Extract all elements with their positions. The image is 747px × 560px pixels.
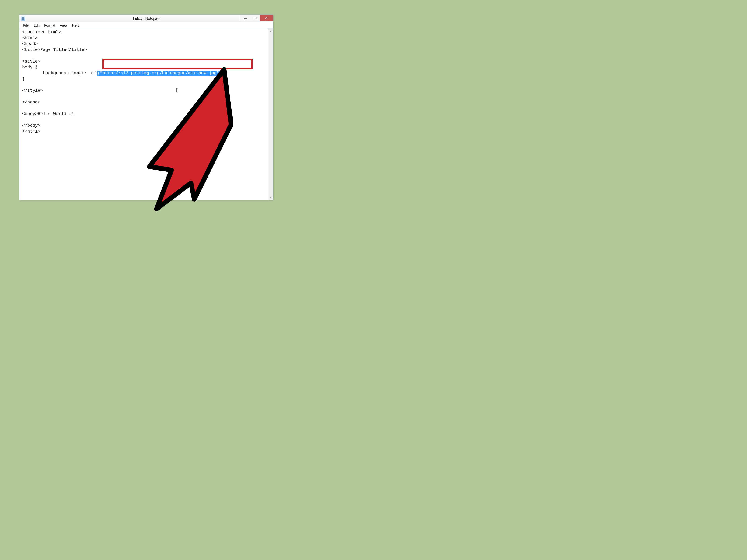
close-button[interactable] [260,15,273,21]
minimize-button[interactable] [240,15,250,21]
maximize-button[interactable] [250,15,260,21]
selected-text: ("http://s13.postimg.org/ha1opcgnr/wikih… [97,71,224,76]
text-editor[interactable]: <!DOCTYPE html> <html> <head> <title>Pag… [19,28,268,200]
code-line: background-image: url [22,71,97,76]
code-line: <!DOCTYPE html> [22,30,61,35]
code-line: } [22,77,25,81]
notepad-app-icon [21,17,25,21]
menu-file[interactable]: File [21,23,31,28]
menubar: File Edit Format View Help [19,22,273,28]
editor-area: <!DOCTYPE html> <html> <head> <title>Pag… [19,28,273,200]
svg-rect-1 [254,17,256,19]
menu-help[interactable]: Help [70,23,82,28]
scroll-down-icon[interactable]: ▾ [268,195,273,200]
window-controls [240,15,273,21]
code-line: </style> [22,88,43,93]
code-line: </body> [22,123,41,128]
notepad-window: Index - Notepad File Edit Format View He… [19,15,273,200]
scroll-up-icon[interactable]: ▴ [268,28,273,33]
code-line: <title>Page Title</title> [22,47,87,52]
code-line: body { [22,65,38,70]
code-line: <body>Hello World !! [22,111,74,116]
code-line: <style> [22,59,41,64]
window-title: Index - Notepad [19,17,273,21]
menu-edit[interactable]: Edit [31,23,42,28]
code-line: <head> [22,42,38,47]
code-line: <html> [22,36,38,41]
titlebar[interactable]: Index - Notepad [19,15,273,22]
vertical-scrollbar[interactable]: ▴ ▾ [268,28,273,200]
menu-view[interactable]: View [58,23,70,28]
code-line: </head> [22,100,41,105]
code-line: </html> [22,129,41,134]
menu-format[interactable]: Format [42,23,58,28]
